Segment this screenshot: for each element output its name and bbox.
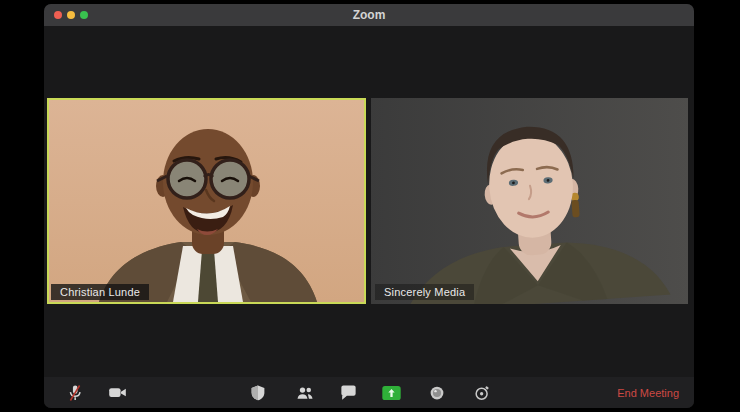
chat-button[interactable] <box>335 380 361 405</box>
window-title: Zoom <box>44 4 694 26</box>
share-screen-button[interactable] <box>378 380 404 405</box>
end-meeting-button[interactable]: End Meeting <box>611 377 685 408</box>
participant-video-man <box>49 100 364 302</box>
start-video-button[interactable] <box>104 380 130 405</box>
video-grid: Christian Lunde <box>47 98 688 304</box>
security-button[interactable] <box>245 380 271 405</box>
security-shield-icon <box>249 384 267 402</box>
zoom-window: Zoom <box>44 4 694 408</box>
title-bar: Zoom <box>44 4 694 26</box>
participant-name-tag: Christian Lunde <box>51 284 149 300</box>
record-icon <box>428 384 446 402</box>
participant-name-tag: Sincerely Media <box>375 284 474 300</box>
participants-button[interactable] <box>292 380 318 405</box>
desktop-background: Zoom <box>0 0 740 412</box>
timer-button[interactable] <box>469 380 495 405</box>
microphone-muted-icon <box>65 383 85 403</box>
video-tile-christian-lunde[interactable]: Christian Lunde <box>47 98 366 304</box>
mute-button[interactable] <box>62 380 88 405</box>
participant-video-woman <box>371 98 688 304</box>
meeting-toolbar: End Meeting <box>44 377 694 408</box>
stopwatch-icon <box>473 384 491 402</box>
record-button[interactable] <box>424 380 450 405</box>
video-tile-sincerely-media[interactable]: Sincerely Media <box>371 98 688 304</box>
share-screen-icon <box>381 384 402 402</box>
chat-bubble-icon <box>339 383 358 402</box>
video-camera-icon <box>107 382 128 403</box>
participants-icon <box>295 383 315 403</box>
